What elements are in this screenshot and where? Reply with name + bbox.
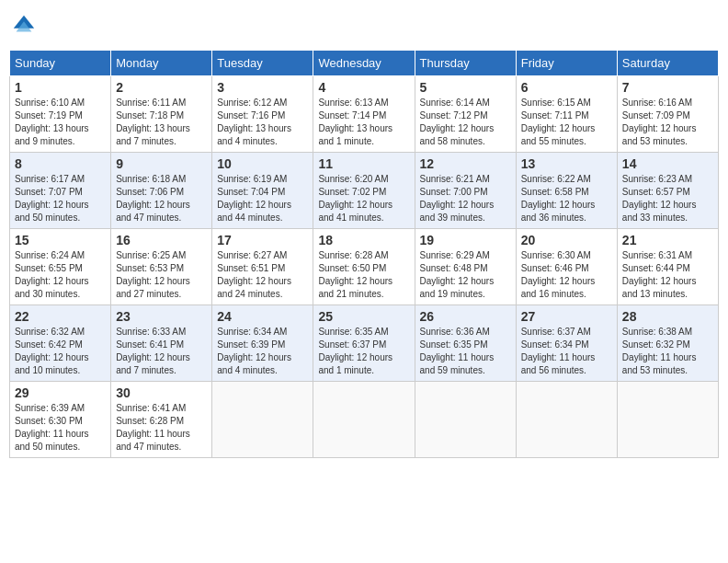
weekday-header-sunday: Sunday <box>10 51 111 76</box>
day-info: Sunrise: 6:23 AMSunset: 6:57 PMDaylight:… <box>622 173 713 224</box>
calendar-cell: 29Sunrise: 6:39 AMSunset: 6:30 PMDayligh… <box>10 382 111 458</box>
calendar-cell: 21Sunrise: 6:31 AMSunset: 6:44 PMDayligh… <box>617 229 718 305</box>
day-number: 6 <box>521 80 612 95</box>
calendar-cell: 26Sunrise: 6:36 AMSunset: 6:35 PMDayligh… <box>415 305 516 382</box>
day-number: 17 <box>217 233 308 247</box>
day-info: Sunrise: 6:37 AMSunset: 6:34 PMDaylight:… <box>521 326 612 377</box>
calendar-week-row: 22Sunrise: 6:32 AMSunset: 6:42 PMDayligh… <box>10 305 719 382</box>
day-info: Sunrise: 6:21 AMSunset: 7:00 PMDaylight:… <box>420 173 511 224</box>
day-info: Sunrise: 6:18 AMSunset: 7:06 PMDaylight:… <box>116 173 207 224</box>
day-info: Sunrise: 6:38 AMSunset: 6:32 PMDaylight:… <box>622 326 713 377</box>
day-info: Sunrise: 6:32 AMSunset: 6:42 PMDaylight:… <box>15 326 106 377</box>
calendar-cell: 25Sunrise: 6:35 AMSunset: 6:37 PMDayligh… <box>313 305 415 382</box>
logo <box>9 9 37 42</box>
calendar-cell: 18Sunrise: 6:28 AMSunset: 6:50 PMDayligh… <box>313 229 415 305</box>
day-number: 15 <box>15 233 106 247</box>
logo-icon <box>11 13 37 39</box>
day-info: Sunrise: 6:41 AMSunset: 6:28 PMDaylight:… <box>116 402 207 454</box>
calendar-cell: 5Sunrise: 6:14 AMSunset: 7:12 PMDaylight… <box>415 76 516 153</box>
weekday-header-friday: Friday <box>516 51 617 76</box>
day-number: 2 <box>116 80 207 95</box>
calendar-cell <box>617 382 718 458</box>
calendar-cell <box>516 382 617 458</box>
calendar-cell: 6Sunrise: 6:15 AMSunset: 7:11 PMDaylight… <box>516 76 617 153</box>
calendar-cell <box>212 382 313 458</box>
calendar-cell: 14Sunrise: 6:23 AMSunset: 6:57 PMDayligh… <box>617 153 718 229</box>
day-number: 13 <box>521 156 612 171</box>
day-number: 23 <box>116 309 207 324</box>
calendar-cell: 23Sunrise: 6:33 AMSunset: 6:41 PMDayligh… <box>111 305 212 382</box>
day-info: Sunrise: 6:27 AMSunset: 6:51 PMDaylight:… <box>217 249 308 301</box>
day-number: 20 <box>521 233 612 247</box>
day-info: Sunrise: 6:19 AMSunset: 7:04 PMDaylight:… <box>217 173 308 224</box>
calendar-cell: 30Sunrise: 6:41 AMSunset: 6:28 PMDayligh… <box>111 382 212 458</box>
page-header <box>9 9 719 42</box>
calendar-cell: 7Sunrise: 6:16 AMSunset: 7:09 PMDaylight… <box>617 76 718 153</box>
day-number: 24 <box>217 309 308 324</box>
day-number: 9 <box>116 156 207 171</box>
day-info: Sunrise: 6:15 AMSunset: 7:11 PMDaylight:… <box>521 97 612 148</box>
day-info: Sunrise: 6:22 AMSunset: 6:58 PMDaylight:… <box>521 173 612 224</box>
calendar-cell: 10Sunrise: 6:19 AMSunset: 7:04 PMDayligh… <box>212 153 313 229</box>
calendar-table: SundayMondayTuesdayWednesdayThursdayFrid… <box>9 50 719 458</box>
day-number: 11 <box>318 156 409 171</box>
day-info: Sunrise: 6:20 AMSunset: 7:02 PMDaylight:… <box>318 173 409 224</box>
calendar-week-row: 15Sunrise: 6:24 AMSunset: 6:55 PMDayligh… <box>10 229 719 305</box>
day-info: Sunrise: 6:33 AMSunset: 6:41 PMDaylight:… <box>116 326 207 377</box>
calendar-cell: 20Sunrise: 6:30 AMSunset: 6:46 PMDayligh… <box>516 229 617 305</box>
weekday-header-saturday: Saturday <box>617 51 718 76</box>
calendar-body: 1Sunrise: 6:10 AMSunset: 7:19 PMDaylight… <box>10 76 719 458</box>
calendar-cell: 3Sunrise: 6:12 AMSunset: 7:16 PMDaylight… <box>212 76 313 153</box>
day-number: 26 <box>420 309 511 324</box>
day-number: 3 <box>217 80 308 95</box>
calendar-cell: 17Sunrise: 6:27 AMSunset: 6:51 PMDayligh… <box>212 229 313 305</box>
calendar-week-row: 8Sunrise: 6:17 AMSunset: 7:07 PMDaylight… <box>10 153 719 229</box>
weekday-header-wednesday: Wednesday <box>313 51 415 76</box>
weekday-header-tuesday: Tuesday <box>212 51 313 76</box>
calendar-week-row: 29Sunrise: 6:39 AMSunset: 6:30 PMDayligh… <box>10 382 719 458</box>
day-number: 30 <box>116 385 207 400</box>
day-number: 14 <box>622 156 713 171</box>
logo-text <box>9 13 37 39</box>
day-info: Sunrise: 6:17 AMSunset: 7:07 PMDaylight:… <box>15 173 106 224</box>
calendar-cell <box>415 382 516 458</box>
day-number: 19 <box>420 233 511 247</box>
day-number: 8 <box>15 156 106 171</box>
weekday-header-monday: Monday <box>111 51 212 76</box>
day-info: Sunrise: 6:10 AMSunset: 7:19 PMDaylight:… <box>15 97 106 148</box>
calendar-cell: 13Sunrise: 6:22 AMSunset: 6:58 PMDayligh… <box>516 153 617 229</box>
day-number: 27 <box>521 309 612 324</box>
day-info: Sunrise: 6:36 AMSunset: 6:35 PMDaylight:… <box>420 326 511 377</box>
day-number: 1 <box>15 80 106 95</box>
day-info: Sunrise: 6:35 AMSunset: 6:37 PMDaylight:… <box>318 326 409 377</box>
calendar-cell: 27Sunrise: 6:37 AMSunset: 6:34 PMDayligh… <box>516 305 617 382</box>
calendar-cell: 8Sunrise: 6:17 AMSunset: 7:07 PMDaylight… <box>10 153 111 229</box>
day-number: 28 <box>622 309 713 324</box>
day-info: Sunrise: 6:39 AMSunset: 6:30 PMDaylight:… <box>15 402 106 454</box>
calendar-cell: 22Sunrise: 6:32 AMSunset: 6:42 PMDayligh… <box>10 305 111 382</box>
day-number: 21 <box>622 233 713 247</box>
day-number: 16 <box>116 233 207 247</box>
day-number: 25 <box>318 309 409 324</box>
calendar-cell: 2Sunrise: 6:11 AMSunset: 7:18 PMDaylight… <box>111 76 212 153</box>
calendar-cell: 19Sunrise: 6:29 AMSunset: 6:48 PMDayligh… <box>415 229 516 305</box>
day-info: Sunrise: 6:11 AMSunset: 7:18 PMDaylight:… <box>116 97 207 148</box>
calendar-cell: 11Sunrise: 6:20 AMSunset: 7:02 PMDayligh… <box>313 153 415 229</box>
calendar-cell: 4Sunrise: 6:13 AMSunset: 7:14 PMDaylight… <box>313 76 415 153</box>
day-number: 4 <box>318 80 409 95</box>
calendar-cell: 24Sunrise: 6:34 AMSunset: 6:39 PMDayligh… <box>212 305 313 382</box>
calendar-cell: 12Sunrise: 6:21 AMSunset: 7:00 PMDayligh… <box>415 153 516 229</box>
day-info: Sunrise: 6:24 AMSunset: 6:55 PMDaylight:… <box>15 249 106 301</box>
day-info: Sunrise: 6:34 AMSunset: 6:39 PMDaylight:… <box>217 326 308 377</box>
day-number: 7 <box>622 80 713 95</box>
day-info: Sunrise: 6:29 AMSunset: 6:48 PMDaylight:… <box>420 249 511 301</box>
day-number: 22 <box>15 309 106 324</box>
day-info: Sunrise: 6:31 AMSunset: 6:44 PMDaylight:… <box>622 249 713 301</box>
day-info: Sunrise: 6:14 AMSunset: 7:12 PMDaylight:… <box>420 97 511 148</box>
calendar-cell <box>313 382 415 458</box>
day-info: Sunrise: 6:25 AMSunset: 6:53 PMDaylight:… <box>116 249 207 301</box>
day-info: Sunrise: 6:28 AMSunset: 6:50 PMDaylight:… <box>318 249 409 301</box>
day-info: Sunrise: 6:12 AMSunset: 7:16 PMDaylight:… <box>217 97 308 148</box>
calendar-week-row: 1Sunrise: 6:10 AMSunset: 7:19 PMDaylight… <box>10 76 719 153</box>
day-number: 18 <box>318 233 409 247</box>
